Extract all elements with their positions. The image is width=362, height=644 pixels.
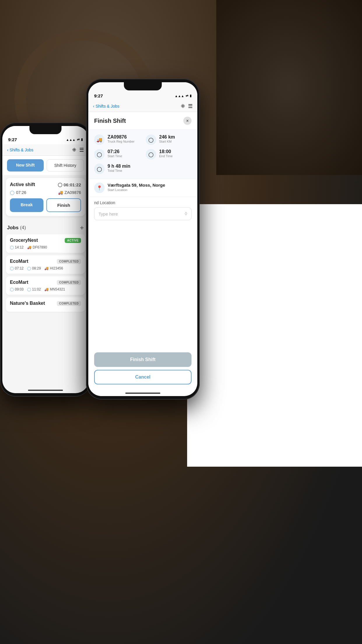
job-2-time2: ◯ 08:29 — [27, 266, 41, 270]
truck-icon: 🚚 — [58, 190, 63, 195]
start-km-label: Start KM — [159, 140, 175, 143]
job-card-3[interactable]: EcoMart COMPLETED ◯ 09:03 ◯ 11:02 🚚 MN54… — [6, 276, 85, 295]
truck-reg-item: 🚚 ZA09876 Truck Reg Number — [94, 134, 140, 145]
job-3-time1: ◯ 09:03 — [10, 287, 24, 291]
job-card-2[interactable]: EcoMart COMPLETED ◯ 07:12 ◯ 08:29 🚚 HI23… — [6, 255, 85, 274]
job-3-reg: 🚚 MN54321 — [44, 287, 65, 291]
total-time-info: 9 h 48 min Total Time — [108, 164, 130, 173]
job-3-status: COMPLETED — [57, 280, 81, 285]
right-white-bg — [187, 204, 362, 467]
right-signal-icon: ▲▲▲ — [175, 94, 184, 98]
job-2-name: EcoMart — [10, 259, 28, 264]
truck-icon-2: 🚚 — [44, 266, 49, 270]
right-menu-icon[interactable]: ☰ — [188, 103, 193, 109]
cancel-button[interactable]: Cancel — [94, 370, 191, 384]
active-shift-card: Active shift ◯ 06:01:22 ◯ 07:26 🚚 ZA0987… — [6, 178, 85, 216]
start-km-icon: ◯ — [146, 134, 156, 145]
left-status-icons: ▲▲▲ ⇌ ▮ — [66, 138, 83, 141]
job-1-time: ◯ 14:12 — [10, 245, 24, 249]
active-shift-title: Active shift — [10, 182, 35, 187]
right-phone-screen: 9:27 ▲▲▲ ⇌ ▮ ‹ Shifts & Jobs ⁜ ☰ — [88, 82, 197, 396]
end-time-icon: ◯ — [146, 149, 156, 160]
action-buttons: Break Finish — [10, 198, 81, 212]
active-shift-header: Active shift ◯ 06:01:22 — [10, 182, 81, 187]
left-nav-back[interactable]: ‹ Shifts & Jobs — [7, 148, 33, 152]
close-button[interactable]: × — [183, 117, 191, 125]
left-nav-title: Shifts & Jobs — [10, 148, 34, 152]
end-time-value: 18:00 — [159, 149, 173, 154]
clock-icon-2b: ◯ — [27, 266, 31, 270]
right-notch — [124, 82, 162, 90]
jobs-header: Jobs (4) + — [6, 221, 85, 234]
truck-reg-value: ZA09876 — [108, 134, 135, 140]
truck-reg-info: ZA09876 Truck Reg Number — [108, 134, 135, 144]
start-time-info: 07:26 Start Time — [108, 149, 122, 158]
right-nav-bar: ‹ Shifts & Jobs ⁜ ☰ — [88, 101, 197, 112]
grid-icon[interactable]: ⁜ — [72, 147, 76, 153]
modal-actions: Finish Shift Cancel — [88, 352, 197, 384]
left-nav-bar: ‹ Shifts & Jobs ⁜ ☰ — [2, 144, 89, 156]
end-time-info: 18:00 End Time — [159, 149, 173, 158]
modal-info-grid: 🚚 ZA09876 Truck Reg Number ◯ 246 km Star… — [88, 130, 197, 179]
wifi-icon: ⇌ — [77, 138, 80, 141]
end-time-label: End Time — [159, 154, 173, 158]
clock-icon-2a: ◯ — [10, 266, 14, 270]
finish-button[interactable]: Finish — [46, 198, 81, 212]
start-time-label: Start Time — [108, 154, 122, 158]
right-nav-icons: ⁜ ☰ — [181, 103, 193, 109]
top-button-row: New Shift Shift History — [2, 156, 89, 175]
total-time-item: ◯ 9 h 48 min Total Time — [94, 164, 191, 174]
info-row-3: ◯ 9 h 48 min Total Time — [94, 164, 191, 174]
right-status-icons: ▲▲▲ ⇌ ▮ — [175, 94, 191, 98]
left-nav-icons: ⁜ ☰ — [72, 147, 84, 153]
end-location-input[interactable]: Type here ◊ — [94, 207, 191, 220]
start-location-sublabel: Start Location — [108, 188, 165, 192]
timer-value: 06:01:22 — [64, 182, 81, 187]
location-input-icon: ◊ — [185, 211, 187, 216]
left-phone: 9:27 ▲▲▲ ⇌ ▮ ‹ Shifts & Jobs ⁜ ☰ New Shi… — [0, 123, 91, 397]
new-shift-button[interactable]: New Shift — [7, 159, 44, 172]
job-4-status: COMPLETED — [57, 301, 81, 306]
timer-clock-icon: ◯ — [58, 182, 62, 187]
right-battery-icon: ▮ — [190, 94, 191, 98]
job-2-reg: 🚚 HI23456 — [44, 266, 63, 270]
end-location-section: nd Location Type here ◊ — [88, 197, 197, 224]
start-km-item: ◯ 246 km Start KM — [146, 134, 191, 145]
start-location-text: Værftsgata 59, Moss, Norge — [108, 183, 165, 188]
jobs-section: Jobs (4) + GroceryNest ACTIVE ◯ 14:12 — [2, 219, 89, 315]
start-time-value: 07:26 — [108, 149, 122, 154]
right-grid-icon[interactable]: ⁜ — [181, 103, 185, 109]
right-nav-back[interactable]: ‹ Shifts & Jobs — [93, 104, 119, 108]
truck-reg-value: ZA09876 — [64, 190, 81, 195]
right-wifi-icon: ⇌ — [186, 94, 188, 98]
finish-shift-button[interactable]: Finish Shift — [94, 352, 191, 367]
location-icon: 📍 — [94, 183, 105, 193]
job-card-1[interactable]: GroceryNest ACTIVE ◯ 14:12 🚚 DF67890 — [6, 234, 85, 253]
add-job-button[interactable]: + — [80, 224, 84, 232]
job-3-time2: ◯ 11:02 — [27, 287, 41, 291]
job-1-header: GroceryNest ACTIVE — [10, 238, 81, 243]
start-location-info: Værftsgata 59, Moss, Norge Start Locatio… — [108, 183, 165, 192]
jobs-title-row: Jobs (4) — [7, 225, 26, 231]
total-time-value: 9 h 48 min — [108, 164, 130, 169]
truck-icon-3: 🚚 — [44, 287, 49, 291]
job-3-details: ◯ 09:03 ◯ 11:02 🚚 MN54321 — [10, 287, 81, 291]
end-location-label: nd Location — [94, 200, 191, 205]
battery-icon: ▮ — [81, 138, 83, 141]
start-km-value: 246 km — [159, 134, 175, 140]
job-card-4[interactable]: Nature's Basket COMPLETED — [6, 297, 85, 312]
job-4-header: Nature's Basket COMPLETED — [10, 301, 81, 306]
job-1-reg: 🚚 DF67890 — [27, 245, 47, 249]
truck-reg-icon: 🚚 — [94, 134, 105, 145]
break-button[interactable]: Break — [10, 198, 43, 212]
left-home-indicator — [28, 390, 63, 391]
modal-title: Finish Shift — [94, 118, 126, 124]
right-time: 9:27 — [94, 93, 103, 98]
shift-start-time: ◯ 07:26 — [10, 190, 26, 195]
shift-history-button[interactable]: Shift History — [47, 159, 84, 172]
menu-icon[interactable]: ☰ — [79, 147, 84, 153]
job-2-status: COMPLETED — [57, 259, 81, 264]
finish-shift-modal: 9:27 ▲▲▲ ⇌ ▮ ‹ Shifts & Jobs ⁜ ☰ — [88, 82, 197, 396]
start-time-item: ◯ 07:26 Start Time — [94, 149, 140, 160]
right-home-indicator — [125, 393, 160, 394]
